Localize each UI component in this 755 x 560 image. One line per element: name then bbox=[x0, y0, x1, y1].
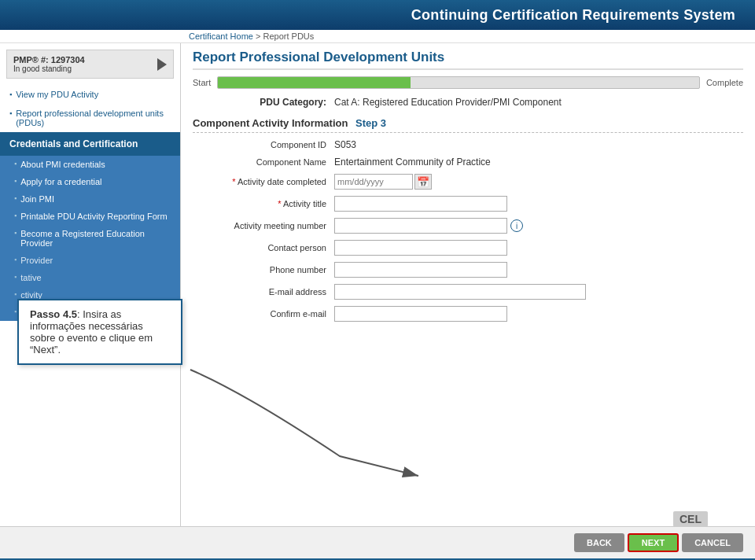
cel-badge: CEL bbox=[673, 511, 708, 527]
sidebar-item-partial-2[interactable]: tative bbox=[0, 269, 180, 286]
email-address-input[interactable] bbox=[334, 284, 586, 300]
activity-date-input[interactable] bbox=[334, 174, 413, 190]
sidebar-item-about-pmi[interactable]: About PMI credentials bbox=[0, 156, 180, 173]
breadcrumb-home[interactable]: Certificant Home bbox=[189, 31, 253, 41]
top-header: Continuing Certification Requirements Sy… bbox=[0, 0, 755, 30]
component-id-value: S053 bbox=[334, 139, 356, 150]
confirm-email-label: Confirm e-mail bbox=[208, 309, 334, 319]
activity-title-label: Activity title bbox=[208, 199, 334, 208]
sidebar-item-printable-pdu[interactable]: Printable PDU Activity Reporting Form bbox=[0, 208, 180, 225]
tooltip-box: Passo 4.5: Insira as informações necessá… bbox=[17, 299, 182, 365]
sidebar: PMP® #: 1297304 In good standing View my… bbox=[0, 43, 181, 526]
sidebar-item-view-pdu[interactable]: View my PDU Activity bbox=[0, 85, 180, 104]
info-icon[interactable]: i bbox=[510, 219, 523, 232]
form-row-phone-number: Phone number bbox=[193, 262, 743, 278]
cancel-button[interactable]: CANCEL bbox=[682, 533, 743, 552]
pmp-info-box[interactable]: PMP® #: 1297304 In good standing bbox=[6, 50, 174, 79]
sidebar-item-apply-credential[interactable]: Apply for a credential bbox=[0, 173, 180, 190]
tooltip-arrow bbox=[182, 362, 434, 488]
activity-meeting-label: Activity meeting number bbox=[208, 221, 334, 230]
phone-number-label: Phone number bbox=[208, 265, 334, 274]
pmp-status: In good standing bbox=[13, 64, 85, 73]
button-bar: BACK NEXT CANCEL bbox=[0, 526, 755, 558]
contact-person-label: Contact person bbox=[208, 243, 334, 252]
progress-start-label: Start bbox=[193, 78, 211, 87]
breadcrumb-current: Report PDUs bbox=[263, 31, 314, 41]
contact-person-input[interactable] bbox=[334, 240, 507, 256]
step-label: Step 3 bbox=[355, 117, 386, 129]
tooltip-bold: Passo 4.5 bbox=[30, 308, 77, 320]
activity-date-label: Activity date completed bbox=[208, 177, 334, 186]
form-row-activity-date: Activity date completed 📅 bbox=[193, 174, 743, 190]
page-title: Continuing Certification Requirements Sy… bbox=[8, 7, 747, 24]
form-row-confirm-email: Confirm e-mail bbox=[193, 306, 743, 322]
pmp-number: PMP® #: 1297304 bbox=[13, 55, 85, 64]
form-row-activity-meeting: Activity meeting number i bbox=[193, 218, 743, 234]
component-name-label: Component Name bbox=[208, 157, 334, 167]
form-row-activity-title: Activity title bbox=[193, 196, 743, 212]
pdu-category-value: Cat A: Registered Education Provider/PMI… bbox=[334, 97, 562, 108]
confirm-email-input[interactable] bbox=[334, 306, 507, 322]
form-row-component-id: Component ID S053 bbox=[193, 139, 743, 150]
form-row-contact-person: Contact person bbox=[193, 240, 743, 256]
component-name-value: Entertainment Community of Practice bbox=[334, 157, 491, 168]
progress-complete-label: Complete bbox=[706, 78, 743, 87]
next-button[interactable]: NEXT bbox=[628, 533, 679, 552]
form-row-component-name: Component Name Entertainment Community o… bbox=[193, 157, 743, 168]
phone-number-input[interactable] bbox=[334, 262, 507, 278]
component-id-label: Component ID bbox=[208, 140, 334, 149]
breadcrumb: Certificant Home > Report PDUs bbox=[0, 30, 755, 43]
email-address-label: E-mail address bbox=[208, 287, 334, 297]
activity-title-input[interactable] bbox=[334, 196, 507, 212]
sidebar-active-section: Credentials and Certification bbox=[0, 132, 180, 156]
sidebar-item-join-pmi[interactable]: Join PMI bbox=[0, 190, 180, 208]
sidebar-subnav: About PMI credentials Apply for a creden… bbox=[0, 156, 180, 321]
calendar-icon[interactable]: 📅 bbox=[414, 174, 432, 190]
sidebar-item-partial-1[interactable]: Provider bbox=[0, 252, 180, 269]
pdu-category-row: PDU Category: Cat A: Registered Educatio… bbox=[193, 97, 743, 108]
sidebar-item-become-registered[interactable]: Become a Registered Education Provider bbox=[0, 225, 180, 252]
pdu-category-label: PDU Category: bbox=[208, 97, 334, 108]
activity-meeting-input[interactable] bbox=[334, 218, 507, 234]
pmp-arrow-icon bbox=[157, 58, 167, 71]
progress-bar-container bbox=[217, 76, 700, 89]
form-row-email-address: E-mail address bbox=[193, 284, 743, 300]
back-button[interactable]: BACK bbox=[574, 533, 624, 552]
sidebar-item-report-pdu[interactable]: Report professional development units (P… bbox=[0, 104, 180, 132]
progress-section: Start Complete bbox=[193, 76, 743, 89]
content-title: Report Professional Development Units bbox=[193, 50, 743, 70]
section-header: Component Activity Information Step 3 bbox=[193, 117, 743, 133]
progress-bar-fill bbox=[218, 77, 411, 88]
